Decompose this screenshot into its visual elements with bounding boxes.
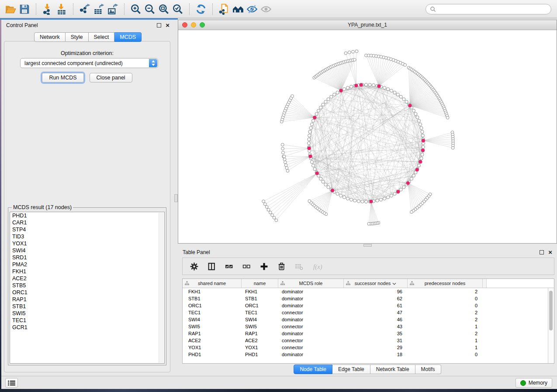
share-document-icon[interactable] (217, 2, 231, 16)
network-node[interactable] (284, 161, 287, 164)
zoom-in-icon[interactable] (129, 2, 143, 16)
table-scrollbar-thumb[interactable] (549, 291, 553, 330)
close-panel-button[interactable]: Close panel (90, 73, 132, 83)
mcds-list-scrollbar[interactable] (159, 213, 164, 363)
network-node[interactable] (399, 188, 402, 191)
network-node[interactable] (420, 127, 423, 130)
mcds-node[interactable] (396, 190, 400, 193)
zoom-fit-icon[interactable] (157, 2, 171, 16)
network-node[interactable] (271, 213, 274, 217)
mcds-result-item[interactable]: RAP1 (10, 296, 164, 303)
network-node[interactable] (367, 222, 370, 225)
table-row[interactable]: SWI5SWI5connector431 (183, 323, 554, 330)
network-node[interactable] (383, 197, 386, 200)
minimize-window-button[interactable] (191, 22, 196, 28)
mcds-result-item[interactable]: PMA2 (10, 261, 164, 268)
network-node[interactable] (344, 52, 347, 55)
network-node[interactable] (308, 134, 311, 137)
mcds-result-item[interactable]: FKH1 (10, 268, 164, 275)
network-node[interactable] (284, 164, 287, 167)
network-node[interactable] (322, 103, 325, 106)
network-node[interactable] (390, 89, 393, 92)
network-node[interactable] (364, 83, 367, 86)
mcds-node[interactable] (354, 84, 358, 87)
table-row[interactable]: RAP1RAP1dominator352 (183, 330, 554, 337)
network-node[interactable] (417, 164, 420, 167)
network-node[interactable] (390, 194, 393, 197)
mcds-result-item[interactable]: GCR1 (10, 324, 164, 331)
settings-gear-icon[interactable] (190, 262, 198, 271)
network-node[interactable] (387, 196, 390, 199)
network-node[interactable] (353, 199, 356, 202)
network-node[interactable] (330, 95, 333, 98)
mcds-node[interactable] (406, 181, 410, 185)
mcds-result-item[interactable]: TID3 (10, 233, 164, 240)
network-node[interactable] (353, 58, 356, 62)
network-node[interactable] (421, 153, 424, 156)
table-row[interactable]: ACE2ACE2connector311 (183, 337, 554, 344)
export-table-icon[interactable] (92, 2, 106, 16)
add-row-icon[interactable] (260, 262, 268, 271)
network-node[interactable] (361, 200, 364, 203)
unselect-all-icon[interactable] (242, 262, 251, 271)
mcds-node[interactable] (307, 147, 311, 150)
open-file-icon[interactable] (3, 2, 17, 16)
column-header-predecessor-nodes[interactable]: predecessor nodes (408, 279, 483, 288)
network-node[interactable] (315, 112, 318, 115)
network-node[interactable] (283, 155, 286, 158)
import-network-icon[interactable] (41, 2, 55, 16)
network-node[interactable] (262, 200, 265, 203)
search-input[interactable] (436, 5, 551, 14)
close-panel-icon[interactable]: × (166, 23, 170, 28)
network-node[interactable] (336, 192, 339, 195)
tab-edge-table[interactable]: Edge Table (332, 364, 370, 374)
mcds-result-item[interactable]: TEC1 (10, 317, 164, 324)
table-row[interactable]: PHD1PHD1dominator180 (183, 351, 554, 358)
tab-node-table[interactable]: Node Table (294, 364, 332, 374)
delete-row-icon[interactable] (277, 262, 286, 271)
network-node[interactable] (336, 91, 339, 94)
network-node[interactable] (405, 100, 408, 103)
table-row[interactable]: TEC1TEC1connector472 (183, 309, 554, 316)
status-menu-button[interactable] (5, 378, 18, 388)
column-header-successor-nodes[interactable]: successor nodes (344, 279, 408, 288)
mcds-node[interactable] (419, 160, 422, 163)
network-node[interactable] (372, 84, 375, 87)
network-node[interactable] (343, 196, 346, 199)
network-node[interactable] (348, 51, 351, 54)
network-node[interactable] (364, 200, 367, 203)
network-node[interactable] (379, 198, 382, 201)
mcds-result-item[interactable]: PHD1 (10, 212, 164, 219)
network-node[interactable] (350, 85, 353, 88)
network-node[interactable] (333, 93, 336, 96)
network-node[interactable] (308, 199, 311, 203)
network-node[interactable] (383, 86, 386, 89)
network-node[interactable] (267, 208, 270, 211)
mcds-node[interactable] (369, 199, 373, 203)
network-node[interactable] (420, 157, 423, 160)
export-network-icon[interactable] (78, 2, 92, 16)
column-header-name[interactable]: name (242, 279, 278, 288)
network-node[interactable] (419, 123, 422, 126)
network-node[interactable] (275, 219, 278, 222)
refresh-network-icon[interactable] (194, 2, 208, 16)
mcds-node[interactable] (377, 84, 381, 88)
network-node[interactable] (282, 151, 285, 154)
network-node[interactable] (446, 116, 449, 119)
tab-network[interactable]: Network (34, 32, 66, 42)
mcds-result-item[interactable]: SRD1 (10, 254, 164, 261)
network-node[interactable] (352, 50, 355, 53)
column-header-mcds-role[interactable]: MCDS role (278, 279, 344, 288)
network-node[interactable] (346, 197, 349, 200)
mcds-node[interactable] (408, 104, 412, 107)
network-node[interactable] (324, 100, 327, 103)
mcds-result-item[interactable]: SWI5 (10, 310, 164, 317)
close-window-button[interactable] (182, 22, 187, 28)
mcds-result-item[interactable]: YOX1 (10, 240, 164, 247)
network-node[interactable] (368, 83, 371, 86)
network-node[interactable] (350, 198, 353, 201)
run-mcds-button[interactable]: Run MCDS (42, 73, 83, 83)
network-node[interactable] (402, 186, 405, 189)
network-node[interactable] (269, 211, 272, 214)
network-home-icon[interactable] (231, 2, 245, 16)
